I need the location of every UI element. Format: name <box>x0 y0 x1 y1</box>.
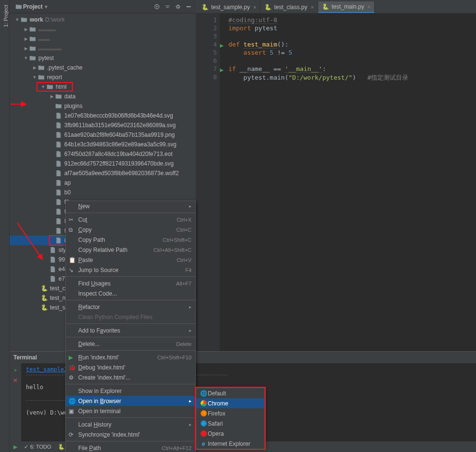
python-icon: 🐍 <box>264 4 272 11</box>
python-icon: 🐍 <box>40 304 48 311</box>
file-icon <box>55 208 62 215</box>
file-icon <box>49 256 57 263</box>
menu-copy-rel-path[interactable]: Copy Relative PathCtrl+Alt+Shift+C <box>66 245 195 255</box>
run-icon: ▶ <box>69 354 77 361</box>
tree-file-row[interactable]: b0 <box>10 188 196 197</box>
menu-jump[interactable]: ↘Jump to SourceF4 <box>66 265 195 275</box>
submenu-chrome[interactable]: Chrome <box>196 398 264 408</box>
tree-file-row[interactable]: 912ec66d7572ff821749319396470bde.svg <box>10 159 196 168</box>
file-icon <box>55 141 62 148</box>
menu-open-browser[interactable]: 🌐Open in Browser▸ <box>66 396 195 406</box>
menu-copy[interactable]: ⧉CopyCtrl+C <box>66 225 195 235</box>
tree-row[interactable]: ▶▬▬ <box>10 34 196 44</box>
status-todo[interactable]: ✓ 6: TODO <box>24 444 51 450</box>
run-gutter-icon[interactable]: ▶ <box>220 42 224 49</box>
editor-tab-bar: 🐍test_sample.py× 🐍test_class.py× 🐍test_m… <box>196 0 476 13</box>
tree-file-row[interactable]: ap <box>10 178 196 188</box>
collapse-icon[interactable] <box>163 2 172 11</box>
close-icon[interactable]: × <box>253 4 256 10</box>
tree-row-html[interactable]: ▼html <box>10 82 196 92</box>
submenu-firefox[interactable]: Firefox <box>196 408 264 418</box>
tree-file-row[interactable]: 674f50d287a8c48dc19ba404d20fe713.eot <box>10 149 196 159</box>
minimize-icon[interactable] <box>184 2 193 11</box>
menu-open-terminal[interactable]: ▣Open in terminal <box>66 406 195 416</box>
menu-show-explorer[interactable]: Show in Explorer <box>66 386 195 396</box>
status-python-console[interactable]: 🐍 <box>58 444 65 450</box>
menu-clean: Clean Python Compiled Files <box>66 312 195 322</box>
tab-test-main[interactable]: 🐍test_main.py× <box>318 1 375 13</box>
tab-test-sample[interactable]: 🐍test_sample.py× <box>198 1 261 13</box>
svg-point-1 <box>156 6 158 7</box>
python-icon: 🐍 <box>40 294 48 302</box>
menu-create[interactable]: ⚙Create 'index.html'... <box>66 372 195 382</box>
menu-run[interactable]: ▶Run 'index.html'Ctrl+Shift+F10 <box>66 352 195 362</box>
terminal-toolbar: ＋ ✕ <box>10 363 21 448</box>
tree-file-row[interactable]: af7ae505a9eed503f8b8e6982036873e.woff2 <box>10 168 196 178</box>
file-icon <box>55 189 62 196</box>
target-icon[interactable] <box>153 2 161 11</box>
tab-test-class[interactable]: 🐍test_class.py× <box>261 1 318 13</box>
menu-local-history[interactable]: Local History▸ <box>66 419 195 429</box>
file-icon <box>55 179 62 187</box>
menu-inspect[interactable]: Inspect Code... <box>66 288 195 298</box>
file-icon <box>55 217 62 225</box>
menu-refactor[interactable]: Refactor▸ <box>66 302 195 312</box>
file-icon <box>55 112 62 119</box>
submenu-safari[interactable]: Safari <box>196 418 264 428</box>
tree-row[interactable]: plugins <box>10 101 196 111</box>
tree-file-row[interactable]: 3fb9611bab3151e965e023162e86089a.svg <box>10 120 196 130</box>
submenu-opera[interactable]: Opera <box>196 428 264 439</box>
gear-icon[interactable] <box>174 2 182 11</box>
tree-row-pytest[interactable]: ▼pytest <box>10 53 196 63</box>
close-icon[interactable]: × <box>368 4 370 10</box>
python-icon: 🐍 <box>322 3 329 10</box>
status-run[interactable]: ▶ <box>13 444 17 450</box>
tree-row-report[interactable]: ▼report <box>10 72 196 82</box>
tree-row[interactable]: ▶data <box>10 92 196 101</box>
menu-file-path[interactable]: File PathCtrl+Alt+F12 <box>66 443 195 452</box>
menu-paste[interactable]: 📋PasteCtrl+V <box>66 255 195 265</box>
submenu-default[interactable]: 🌐Default <box>196 388 264 398</box>
menu-add-favorites[interactable]: Add to Favorites▸ <box>66 325 195 335</box>
menu-find-usages[interactable]: Find UsagesAlt+F7 <box>66 278 195 288</box>
file-icon <box>55 169 62 177</box>
menu-debug[interactable]: 🐞Debug 'index.html' <box>66 362 195 372</box>
run-gutter-icon[interactable]: ▶ <box>220 66 224 73</box>
safari-icon <box>199 420 208 427</box>
project-panel-title: Project <box>23 3 43 10</box>
submenu-ie[interactable]: eInternet Explorer <box>196 439 264 449</box>
menu-copy-path[interactable]: Copy PathCtrl+Shift+C <box>66 235 195 245</box>
close-icon[interactable]: ✕ <box>13 377 18 384</box>
svg-rect-3 <box>187 6 191 7</box>
file-icon <box>55 237 62 244</box>
close-icon[interactable]: × <box>311 4 314 10</box>
globe-icon: 🌐 <box>69 398 77 404</box>
python-icon: 🐍 <box>40 285 48 292</box>
context-menu: New▸ ✂CutCtrl+X ⧉CopyCtrl+C Copy PathCtr… <box>65 201 196 452</box>
file-icon <box>55 198 62 206</box>
file-icon <box>55 150 62 158</box>
tree-file-row[interactable]: 64b1e3c3d94863c86e92e89aea3a5c99.svg <box>10 140 196 149</box>
globe-icon: 🌐 <box>199 390 208 397</box>
file-icon <box>55 131 62 139</box>
tree-row[interactable]: ▶▬▬▬ <box>10 24 196 34</box>
menu-cut[interactable]: ✂CutCtrl+X <box>66 214 195 225</box>
plus-icon[interactable]: ＋ <box>12 366 18 374</box>
tree-row-root[interactable]: ▼ work D:\work <box>10 15 196 24</box>
file-icon <box>49 265 57 273</box>
menu-synchronize[interactable]: ⟳Synchronize 'index.html' <box>66 429 195 440</box>
menu-delete[interactable]: Delete...Delete <box>66 339 195 349</box>
tree-file-row[interactable]: 1e07e63bbecccb93b06ffd6b43b46e4d.svg <box>10 111 196 120</box>
jump-icon: ↘ <box>69 267 77 274</box>
tree-row[interactable]: ▶.pytest_cache <box>10 63 196 72</box>
file-icon <box>55 227 62 235</box>
tree-file-row[interactable]: 61aae920ab2f8fe604ba57b135aa9919.png <box>10 130 196 140</box>
tree-row[interactable]: ▶▬▬▬▬ <box>10 44 196 53</box>
opera-icon <box>199 430 208 437</box>
folder-icon <box>14 2 23 11</box>
config-icon: ⚙ <box>69 374 77 381</box>
ie-icon: e <box>199 440 208 447</box>
menu-new[interactable]: New▸ <box>66 201 195 211</box>
copy-icon: ⧉ <box>69 226 77 233</box>
project-panel-header: Project ▾ <box>10 0 196 13</box>
